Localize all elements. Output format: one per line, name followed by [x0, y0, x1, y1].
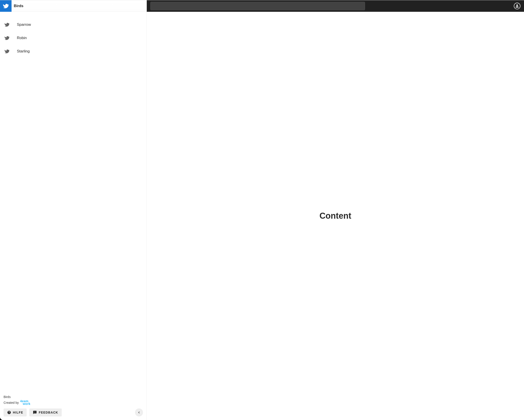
created-by-row: Created by eam work: [4, 400, 143, 405]
feedback-button-label: FEEDBACK: [39, 411, 58, 414]
sidebar-item-robin[interactable]: Robin: [0, 31, 147, 45]
vendor-logo[interactable]: eam work: [20, 400, 30, 405]
help-button[interactable]: HILFE: [4, 408, 27, 416]
sidebar-item-label: Starling: [17, 49, 30, 54]
feedback-icon: [33, 411, 37, 414]
bird-icon: [4, 36, 9, 40]
feedback-button[interactable]: FEEDBACK: [29, 408, 61, 416]
created-by-label: Created by: [4, 401, 19, 404]
app-root: Birds Sparrow Robin Starling Birds Creat…: [0, 0, 524, 420]
sidebar-footer: Birds Created by eam work HILFE FEEDBACK: [0, 393, 147, 420]
chevron-left-icon: [137, 411, 141, 414]
vendor-logo-row2: work: [23, 403, 30, 405]
app-title: Birds: [14, 4, 23, 8]
bird-icon: [3, 3, 9, 9]
bird-icon: [4, 22, 9, 27]
account-icon: [515, 4, 519, 8]
sidebar: Birds Sparrow Robin Starling Birds Creat…: [0, 0, 147, 420]
content-area: Content: [147, 12, 524, 420]
sidebar-item-starling[interactable]: Starling: [0, 45, 147, 58]
bird-icon: [4, 49, 9, 54]
footer-buttons: HILFE FEEDBACK: [4, 408, 143, 416]
sidebar-item-label: Sparrow: [17, 22, 31, 27]
app-logo[interactable]: [0, 0, 12, 12]
collapse-sidebar-button[interactable]: [135, 408, 143, 416]
help-icon: [7, 411, 11, 414]
sidebar-nav: Sparrow Robin Starling: [0, 12, 147, 393]
search-input[interactable]: [150, 2, 365, 10]
help-button-label: HILFE: [13, 411, 23, 414]
account-button[interactable]: [514, 3, 520, 9]
sidebar-item-label: Robin: [17, 36, 27, 40]
footer-app-name: Birds: [4, 395, 143, 399]
window-corner-decoration: [0, 417, 3, 420]
sidebar-header: Birds: [0, 0, 147, 12]
topbar: [147, 0, 524, 12]
main: Content: [147, 0, 524, 420]
sidebar-item-sparrow[interactable]: Sparrow: [0, 18, 147, 31]
content-heading: Content: [320, 211, 351, 221]
